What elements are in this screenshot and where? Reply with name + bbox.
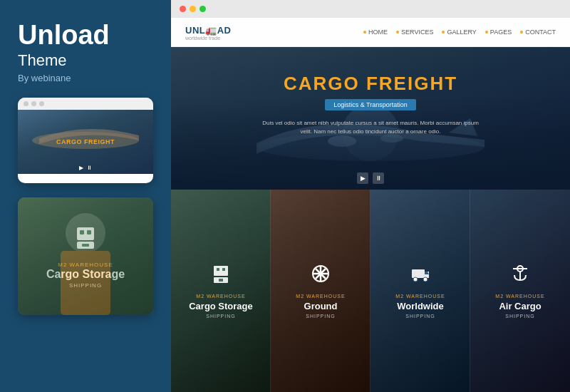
brand-by: By webinane (18, 73, 153, 83)
hero-slider-controls: ▶ ⏸ (357, 172, 384, 184)
air-cargo-icon (510, 264, 530, 288)
nav-dot-5 (520, 31, 523, 33)
truck-icon (410, 264, 430, 284)
mobile-preview: CARGO FREIGHT ▶ ⏸ (18, 98, 153, 183)
left-panel: Unload Theme By webinane CARGO FREIGHT ▶… (0, 0, 171, 392)
site-nav: UNL🚛AD worldwide trade HOME SERVICES GAL… (171, 18, 570, 47)
hero-section: CARGO FREIGHT Logistics & Transportation… (171, 47, 570, 190)
nav-dot-3 (442, 31, 445, 33)
logo-truck-icon: 🚛 (205, 25, 217, 36)
nav-label-pages: PAGES (490, 29, 512, 36)
service-card-2-sub: SHIPPING (306, 314, 335, 319)
chrome-dot-yellow (190, 6, 196, 12)
nav-item-gallery[interactable]: GALLERY (442, 29, 476, 36)
service-card-air-cargo-img: M2 Warehouse Air Cargo SHIPPING (470, 190, 570, 392)
svg-rect-17 (219, 279, 223, 282)
site-logo: UNL🚛AD worldwide trade (185, 24, 232, 41)
service-card-1-sub: SHIPPING (206, 314, 235, 319)
mobile-hero-controls: ▶ ⏸ (79, 165, 92, 171)
service-card-ground[interactable]: M2 Warehouse Ground SHIPPING (271, 190, 370, 392)
service-card-4-badge: M2 Warehouse (495, 294, 544, 299)
nav-label-contact: CONTACT (525, 29, 556, 36)
pause-icon: ⏸ (86, 165, 92, 171)
cargo-storage-icon (211, 264, 231, 288)
nav-label-home: HOME (368, 29, 388, 36)
service-card-1-badge: M2 Warehouse (196, 294, 245, 299)
service-card-4-sub: SHIPPING (505, 314, 534, 319)
hero-title: CARGO FREIGHT (256, 73, 484, 95)
mobile-hero-text: CARGO FREIGHT (56, 138, 115, 145)
brand-block: Unload Theme By webinane (18, 21, 153, 83)
hero-content: CARGO FREIGHT Logistics & Transportation… (256, 73, 484, 136)
service-card-worldwide[interactable]: M2 Warehouse Worldwide SHIPPING (370, 190, 470, 392)
svg-rect-3 (61, 251, 110, 315)
logo-tagline: worldwide trade (185, 36, 232, 41)
service-card-air-cargo[interactable]: M2 Warehouse Air Cargo SHIPPING (470, 190, 570, 392)
svg-point-25 (423, 277, 428, 282)
service-card-cargo-storage[interactable]: M2 Warehouse Cargo Storage SHIPPING (171, 190, 271, 392)
nav-item-pages[interactable]: PAGES (485, 29, 512, 36)
service-card-4-title: Air Cargo (499, 301, 541, 311)
hero-subtitle-badge: Logistics & Transportation (325, 99, 416, 110)
svg-point-24 (413, 277, 418, 282)
service-card-3-title: Worldwide (397, 301, 443, 311)
play-icon: ▶ (79, 165, 83, 171)
service-preview-img: M2 Warehouse Cargo Storage SHIPPING (18, 197, 153, 315)
nav-dot-2 (396, 31, 399, 33)
service-card-2-title: Ground (304, 301, 338, 311)
nav-dot-4 (485, 31, 488, 33)
browser-chrome (171, 0, 570, 18)
nav-dot-1 (363, 31, 366, 33)
svg-rect-13 (214, 266, 228, 276)
service-card-1-title: Cargo Storage (189, 301, 253, 311)
nav-label-services: SERVICES (401, 29, 433, 36)
slider-pause-button[interactable]: ⏸ (373, 172, 384, 184)
mobile-hero: CARGO FREIGHT ▶ ⏸ (18, 110, 153, 174)
svg-point-2 (66, 213, 105, 253)
nav-links: HOME SERVICES GALLERY PAGES CONTACT (363, 29, 556, 36)
right-panel: UNL🚛AD worldwide trade HOME SERVICES GAL… (171, 0, 570, 392)
plane-svg (25, 115, 146, 155)
nav-item-services[interactable]: SERVICES (396, 29, 433, 36)
warehouse-icon (211, 264, 231, 284)
asterisk-icon (311, 264, 331, 284)
browser-dots-bar (18, 98, 153, 110)
nav-item-contact[interactable]: CONTACT (520, 29, 556, 36)
logo-text: UNL🚛AD (185, 25, 232, 36)
service-card-3-badge: M2 Warehouse (395, 294, 445, 299)
ground-icon (311, 264, 331, 288)
brand-subtitle: Theme (18, 51, 153, 70)
service-card-cargo-storage-img: M2 Warehouse Cargo Storage SHIPPING (171, 190, 271, 392)
services-section: M2 Warehouse Cargo Storage SHIPPING (171, 190, 570, 392)
dot-3 (39, 101, 44, 106)
svg-rect-23 (412, 269, 425, 278)
svg-rect-15 (217, 268, 219, 271)
service-card-worldwide-img: M2 Warehouse Worldwide SHIPPING (370, 190, 470, 392)
nav-label-gallery: GALLERY (447, 29, 476, 36)
website-mockup: UNL🚛AD worldwide trade HOME SERVICES GAL… (171, 18, 570, 392)
service-card-3-sub: SHIPPING (405, 314, 435, 319)
dot-1 (24, 101, 28, 106)
worker-svg (18, 197, 153, 315)
hero-description: Duis vel odio sit amet nibh vulputate cu… (256, 119, 484, 136)
nav-item-home[interactable]: HOME (363, 29, 388, 36)
logo-block: UNL🚛AD worldwide trade (185, 24, 232, 41)
worldwide-icon (410, 264, 430, 288)
brand-title: Unload (18, 21, 153, 48)
service-card-2-badge: M2 Warehouse (296, 294, 345, 299)
logo-accent: AD (217, 25, 232, 36)
service-preview-card: M2 Warehouse Cargo Storage SHIPPING (18, 197, 153, 315)
logo-main: UNL (185, 25, 205, 36)
chrome-dot-green (200, 6, 206, 12)
svg-rect-16 (222, 268, 225, 271)
dot-2 (31, 101, 36, 106)
anchor-icon (510, 264, 530, 284)
service-card-ground-img: M2 Warehouse Ground SHIPPING (271, 190, 370, 392)
chrome-dot-red (180, 6, 186, 12)
slider-prev-button[interactable]: ▶ (357, 172, 368, 184)
